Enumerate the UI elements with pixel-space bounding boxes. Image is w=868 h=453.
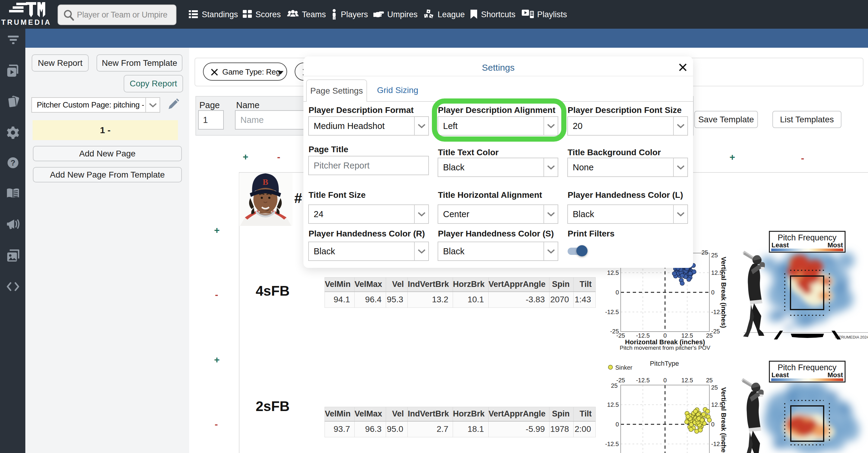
svg-text:?: ? bbox=[10, 158, 16, 167]
svg-text:25: 25 bbox=[706, 377, 713, 384]
svg-text:Vertical Break (inches): Vertical Break (inches) bbox=[720, 387, 727, 453]
svg-text:Vertical Break (inches): Vertical Break (inches) bbox=[720, 257, 727, 328]
svg-text:-12.5: -12.5 bbox=[636, 377, 650, 384]
svg-text:12.5: 12.5 bbox=[607, 401, 619, 408]
svg-text:25: 25 bbox=[711, 384, 718, 391]
svg-text:Sinker: Sinker bbox=[615, 364, 632, 371]
svg-text:12.5: 12.5 bbox=[681, 332, 693, 339]
svg-text:PitchType: PitchType bbox=[650, 360, 679, 367]
svg-text:0: 0 bbox=[616, 421, 619, 428]
svg-text:0: 0 bbox=[616, 289, 619, 296]
svg-text:Pitch movement from pitcher's: Pitch movement from pitcher's POV bbox=[620, 345, 711, 351]
svg-text:-12.5: -12.5 bbox=[605, 441, 619, 447]
svg-text:25: 25 bbox=[611, 382, 618, 389]
svg-text:0: 0 bbox=[711, 421, 714, 428]
svg-text:25: 25 bbox=[711, 252, 718, 258]
svg-text:25: 25 bbox=[702, 249, 708, 256]
svg-text:B: B bbox=[263, 177, 269, 187]
svg-text:-25: -25 bbox=[617, 332, 625, 339]
svg-text:© TRUMEDIA 2024: © TRUMEDIA 2024 bbox=[835, 335, 868, 339]
svg-text:0: 0 bbox=[663, 332, 666, 339]
svg-text:0: 0 bbox=[711, 289, 714, 296]
svg-text:12.5: 12.5 bbox=[681, 377, 693, 384]
svg-text:-12.5: -12.5 bbox=[605, 309, 619, 315]
svg-text:-12.5: -12.5 bbox=[636, 332, 650, 339]
svg-text:0: 0 bbox=[663, 377, 666, 384]
svg-text:12.5: 12.5 bbox=[607, 270, 619, 276]
svg-text:25: 25 bbox=[706, 332, 713, 339]
